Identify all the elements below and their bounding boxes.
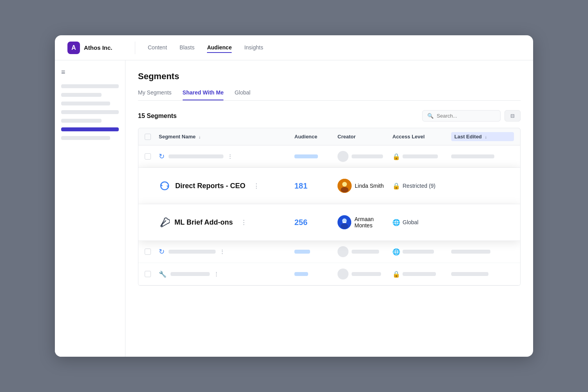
- th-access-level: Access Level: [392, 134, 451, 140]
- ghost-date-2: [451, 250, 490, 254]
- th-audience: Audience: [294, 134, 338, 140]
- sort-arrow-last-edited[interactable]: ↓: [485, 134, 487, 139]
- sidebar-placeholder-6: [61, 136, 110, 140]
- ghost-audience: [294, 154, 318, 158]
- lock-icon-1: 🔒: [392, 182, 400, 190]
- sidebar-placeholder-2: [61, 93, 102, 97]
- svg-rect-7: [343, 222, 347, 223]
- more-menu-icon-3[interactable]: ⋮: [214, 271, 219, 277]
- ghost-audience-2: [294, 250, 310, 254]
- row-audience-1: 181: [294, 181, 338, 191]
- ghost-avatar-2: [338, 246, 348, 257]
- globe-icon-ghost-2: 🌐: [392, 248, 400, 256]
- search-input[interactable]: [437, 113, 484, 119]
- content-area: Segments My Segments Shared With Me Glob…: [125, 60, 533, 357]
- brand-logo: a: [67, 42, 80, 54]
- table-body: ↻ ⋮ 🔒: [138, 145, 521, 286]
- sidebar-active-item[interactable]: [61, 127, 119, 131]
- page-title: Segments: [138, 71, 521, 82]
- ghost-name-2: [169, 250, 216, 254]
- search-icon: 🔍: [427, 113, 434, 119]
- sync-icon: [159, 180, 171, 192]
- wrench-icon-ghost: 🔧: [159, 270, 167, 278]
- row-checkbox[interactable]: [145, 153, 151, 160]
- ghost-date-3: [451, 272, 488, 276]
- nav-tab-content[interactable]: Content: [148, 43, 167, 53]
- ghost-access: [403, 154, 438, 158]
- more-menu-icon[interactable]: ⋮: [227, 153, 233, 160]
- avatar-image-armaan: [338, 215, 351, 229]
- table-row-ghost-2: ↻ ⋮ 🌐: [138, 241, 520, 263]
- ghost-audience-3: [294, 272, 308, 276]
- nav-tabs: Content Blasts Audience Insights: [148, 43, 263, 53]
- th-creator: Creator: [338, 134, 392, 140]
- avatar-armaan: [338, 215, 351, 229]
- sub-tab-shared[interactable]: Shared With Me: [183, 89, 224, 100]
- row-checkbox-3[interactable]: [145, 271, 151, 277]
- app-window: a Athos Inc. Content Blasts Audience Ins…: [55, 35, 533, 357]
- ghost-avatar-3: [338, 269, 348, 279]
- sort-arrow-name[interactable]: ↓: [199, 134, 201, 139]
- sidebar-placeholder-4: [61, 110, 119, 114]
- creator-name-1: Linda Smith: [355, 183, 384, 189]
- row-menu-icon-2[interactable]: ⋮: [241, 219, 247, 226]
- toolbar: 15 Segments 🔍 ⊟: [138, 110, 521, 122]
- avatar-linda: [338, 179, 352, 193]
- th-last-edited[interactable]: Last Edited ↓: [451, 132, 514, 141]
- ghost-avatar: [338, 151, 348, 162]
- brand-name: Athos Inc.: [84, 44, 113, 51]
- svg-point-3: [161, 225, 163, 226]
- sync-icon: ↻: [159, 152, 165, 161]
- row-name-1: Direct Reports - CEO: [175, 182, 245, 190]
- access-text-1: Restricted (9): [403, 183, 436, 189]
- highlighted-row-1[interactable]: Direct Reports - CEO ⋮ 181: [138, 168, 520, 204]
- wrench-icon: [159, 217, 170, 228]
- table: Segment Name ↓ Audience Creator Access L…: [138, 128, 521, 286]
- row-checkbox-2[interactable]: [145, 249, 151, 255]
- nav-tab-insights[interactable]: Insights: [244, 43, 263, 53]
- ghost-creator-3: [352, 272, 381, 276]
- row-creator-1: Linda Smith: [338, 179, 392, 193]
- search-box[interactable]: 🔍: [422, 110, 501, 122]
- table-header: Segment Name ↓ Audience Creator Access L…: [138, 128, 521, 145]
- row-menu-icon-1[interactable]: ⋮: [253, 182, 260, 190]
- sub-tab-my-segments[interactable]: My Segments: [138, 89, 172, 100]
- svg-point-6: [341, 223, 348, 229]
- ghost-creator-2: [352, 250, 379, 254]
- ghost-name-3: [171, 272, 210, 276]
- access-level-2: 🌐 Global: [392, 219, 451, 226]
- ghost-access-3: [403, 272, 436, 276]
- top-nav: a Athos Inc. Content Blasts Audience Ins…: [55, 35, 533, 60]
- svg-point-2: [341, 187, 348, 192]
- sub-tabs: My Segments Shared With Me Global: [138, 89, 521, 101]
- row-name-cell: Direct Reports - CEO ⋮: [159, 180, 294, 192]
- row-creator-2: Armaan Montes: [338, 215, 392, 229]
- sort-button[interactable]: ⊟: [505, 110, 521, 122]
- row-name-cell-2: ML Brief Add-ons ⋮: [159, 217, 294, 228]
- globe-icon-2: 🌐: [392, 219, 400, 226]
- segments-count: 15 Segments: [138, 113, 177, 120]
- creator-name-2: Armaan Montes: [354, 216, 392, 229]
- select-all-checkbox[interactable]: [145, 134, 159, 140]
- table-row: ↻ ⋮ 🔒: [138, 145, 520, 168]
- nav-tab-audience[interactable]: Audience: [207, 43, 232, 53]
- access-text-2: Global: [403, 219, 418, 225]
- lock-icon: 🔒: [392, 153, 400, 160]
- sync-icon-2: ↻: [159, 247, 165, 256]
- th-segment-name: Segment Name ↓: [159, 134, 294, 140]
- sub-tab-global[interactable]: Global: [234, 89, 250, 100]
- table-row-ghost-3: 🔧 ⋮ 🔒: [138, 263, 520, 285]
- ghost-name: [169, 154, 223, 158]
- row-name-2: ML Brief Add-ons: [174, 218, 233, 227]
- ghost-access-2: [403, 250, 434, 254]
- nav-tab-blasts[interactable]: Blasts: [180, 43, 194, 53]
- hamburger-icon[interactable]: ≡: [61, 68, 119, 76]
- more-menu-icon-2[interactable]: ⋮: [220, 249, 225, 255]
- brand: a Athos Inc.: [67, 42, 122, 54]
- lock-icon-ghost-3: 🔒: [392, 270, 400, 278]
- access-level-1: 🔒 Restricted (9): [392, 182, 451, 190]
- nav-divider: [135, 42, 135, 54]
- sidebar: ≡: [55, 60, 125, 357]
- highlighted-row-2[interactable]: ML Brief Add-ons ⋮ 256: [138, 204, 520, 241]
- sidebar-placeholder-1: [61, 84, 119, 88]
